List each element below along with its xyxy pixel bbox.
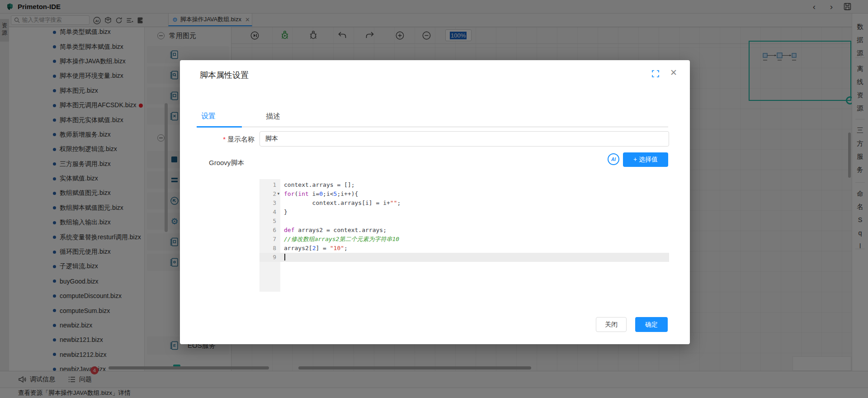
code-text: for(int i=0;i<5;i++){	[284, 190, 358, 199]
fullscreen-icon[interactable]	[652, 70, 660, 78]
app-root: { "colors":{"accent":"#1890ff","teal":"#…	[0, 0, 868, 398]
close-icon[interactable]: ✕	[670, 68, 677, 78]
ai-generate-button[interactable]: AI	[608, 153, 619, 165]
code-line[interactable]: 3 context.arrays[i] = i+"";	[259, 199, 669, 208]
line-number: 6	[259, 226, 276, 235]
line-number: 9	[259, 253, 276, 262]
line-number: 7	[259, 235, 276, 244]
code-line[interactable]: 1context.arrays = [];	[259, 180, 669, 190]
tab-settings[interactable]: 设置	[201, 112, 216, 121]
tab-description[interactable]: 描述	[266, 112, 280, 121]
close-button[interactable]: 关闭	[596, 317, 627, 332]
select-value-button[interactable]: + 选择值	[623, 152, 668, 167]
code-line[interactable]: 2▼for(int i=0;i<5;i++){	[259, 190, 669, 199]
line-number: 5	[259, 217, 276, 226]
script-properties-dialog: 脚本属性设置 ✕ 设置 描述 *显示名称 Groovy脚本 AI + 选择值 1…	[180, 60, 690, 344]
line-number: 4	[259, 208, 276, 217]
display-name-label: *显示名称	[180, 135, 255, 144]
line-number: 3	[259, 199, 276, 208]
code-line[interactable]: 5	[259, 217, 669, 226]
code-line[interactable]: 9	[259, 253, 669, 262]
line-number: 2	[259, 190, 276, 199]
dialog-title: 脚本属性设置	[200, 70, 249, 81]
code-text: arrays2[2] = "10";	[284, 244, 348, 253]
code-text: }	[284, 208, 288, 217]
code-line[interactable]: 6def arrays2 = context.arrays;	[259, 226, 669, 235]
required-mark: *	[223, 135, 226, 143]
line-number: 1	[259, 180, 276, 190]
groovy-code-editor[interactable]: 1context.arrays = [];2▼for(int i=0;i<5;i…	[259, 179, 669, 292]
tab-active-indicator	[197, 126, 242, 128]
fold-caret-icon[interactable]: ▼	[277, 190, 280, 199]
code-line[interactable]: 7//修改数组arrays2第二个元素为字符串10	[259, 235, 669, 244]
code-text: //修改数组arrays2第二个元素为字符串10	[284, 235, 399, 244]
code-line[interactable]: 4}	[259, 208, 669, 217]
line-number: 8	[259, 244, 276, 253]
code-text: def arrays2 = context.arrays;	[284, 226, 387, 235]
code-text: context.arrays = [];	[284, 180, 355, 190]
display-name-input[interactable]	[259, 131, 669, 147]
code-line[interactable]: 8arrays2[2] = "10";	[259, 244, 669, 253]
tab-rail	[197, 126, 668, 128]
text-cursor	[284, 254, 285, 261]
ok-button[interactable]: 确定	[635, 317, 668, 332]
groovy-script-label: Groovy脚本	[209, 159, 244, 167]
code-text: context.arrays[i] = i+"";	[284, 199, 401, 208]
